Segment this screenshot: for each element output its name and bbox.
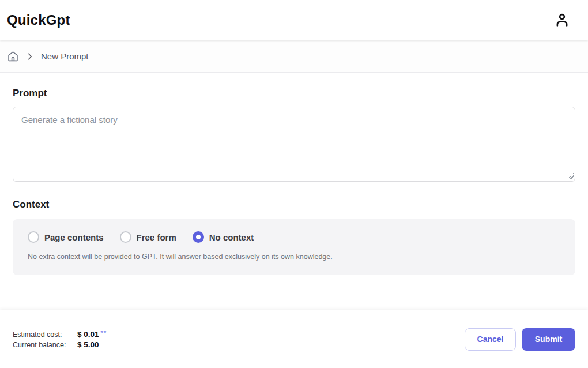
radio-option-page-contents[interactable]: Page contents bbox=[28, 231, 104, 243]
current-balance-label: Current balance: bbox=[13, 341, 77, 349]
breadcrumb-home-link[interactable] bbox=[7, 50, 19, 62]
radio-option-free-form[interactable]: Free form bbox=[120, 231, 176, 243]
breadcrumb-current-page: New Prompt bbox=[41, 51, 89, 61]
estimated-cost-label: Estimated cost: bbox=[13, 331, 77, 339]
footer-buttons: Cancel Submit bbox=[465, 328, 575, 351]
prompt-textarea[interactable] bbox=[13, 107, 575, 182]
radio-label: Free form bbox=[137, 232, 176, 242]
user-account-button[interactable] bbox=[553, 12, 571, 29]
estimated-cost-note: ** bbox=[101, 329, 107, 336]
radio-circle-icon bbox=[28, 231, 39, 243]
person-icon bbox=[553, 12, 571, 29]
estimated-cost-value: $ 0.01** bbox=[77, 329, 107, 339]
context-panel: Page contents Free form No context No ex… bbox=[13, 219, 575, 275]
prompt-section-label: Prompt bbox=[13, 88, 575, 99]
home-icon bbox=[7, 50, 19, 62]
current-balance-value: $ 5.00 bbox=[77, 340, 107, 349]
context-section-label: Context bbox=[13, 199, 575, 211]
chevron-right-icon bbox=[26, 52, 34, 61]
context-radio-group: Page contents Free form No context bbox=[28, 231, 560, 243]
footer-bar: Estimated cost: $ 0.01** Current balance… bbox=[0, 310, 588, 368]
breadcrumb: New Prompt bbox=[0, 40, 588, 73]
radio-label: Page contents bbox=[44, 232, 104, 242]
context-helper-text: No extra context will be provided to GPT… bbox=[28, 253, 560, 261]
cost-summary: Estimated cost: $ 0.01** Current balance… bbox=[13, 329, 107, 349]
app-header: QuickGpt bbox=[0, 0, 588, 40]
prompt-textarea-wrap bbox=[13, 107, 575, 182]
main-content: Prompt Context Page contents Free form N… bbox=[0, 73, 588, 275]
radio-label: No context bbox=[209, 232, 254, 242]
textarea-resize-handle[interactable] bbox=[567, 173, 574, 179]
cancel-button[interactable]: Cancel bbox=[465, 328, 516, 351]
radio-option-no-context[interactable]: No context bbox=[193, 231, 254, 243]
submit-button[interactable]: Submit bbox=[522, 328, 575, 351]
radio-circle-icon bbox=[120, 231, 131, 243]
radio-circle-icon bbox=[193, 231, 204, 243]
app-title: QuickGpt bbox=[7, 12, 70, 28]
